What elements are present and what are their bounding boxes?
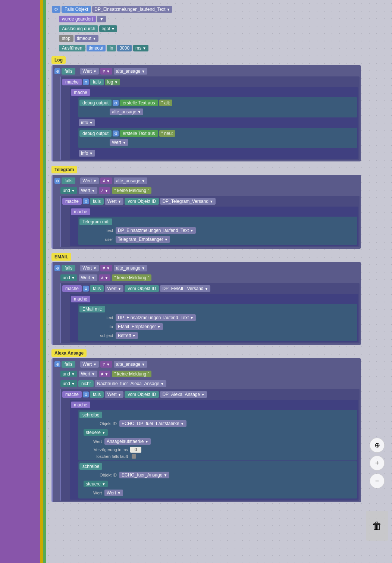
egal-dropdown[interactable]: egal ▼ <box>99 25 117 32</box>
wurde-dropdown[interactable]: ▼ <box>97 16 106 22</box>
wert2-telegram-dropdown[interactable]: Wert ▼ <box>79 187 97 194</box>
trash-button[interactable]: 🗑 <box>366 511 388 541</box>
alte-ansage-debug1-dropdown[interactable]: alte_ansage ▼ <box>110 108 143 115</box>
chevron-down-icon: ▼ <box>141 69 145 73</box>
gear-debug-2[interactable]: ⚙ <box>113 130 119 136</box>
wert-email-dropdown[interactable]: Wert ▼ <box>80 265 99 271</box>
alte-ansage-log-dropdown[interactable]: alte_ansage ▼ <box>114 68 147 75</box>
wert2-email-dropdown[interactable]: Wert ▼ <box>79 274 97 281</box>
timeout2-dropdown[interactable]: timeout <box>87 45 106 51</box>
ms-dropdown[interactable]: ms ▼ <box>133 45 148 51</box>
mache-email-label: mache <box>62 285 82 292</box>
mache-log-label: mache <box>62 79 82 85</box>
gear-icon: ⚙ <box>56 69 59 73</box>
alte-ansage-telegram-dropdown[interactable]: alte_ansage ▼ <box>114 177 147 184</box>
alte-ansage-alexa-dropdown[interactable]: alte_ansage ▼ <box>114 361 147 368</box>
neu-quote-block: " neu: <box>159 130 175 137</box>
chevron-down-icon: ▼ <box>106 362 110 367</box>
dp-text-email-dropdown[interactable]: DP_Einsatzmelungen_laufend_Text ▼ <box>116 314 196 321</box>
keine-meldung-email-block: " keine Meldung " <box>112 274 151 281</box>
betreff-dropdown[interactable]: Betreff ▼ <box>116 332 138 339</box>
gear-btn-header[interactable]: ⚙ <box>52 6 60 13</box>
wert-telegram-dropdown[interactable]: Wert ▼ <box>80 177 99 184</box>
auslosung-label: Auslösung durch <box>59 25 98 32</box>
wert-key2: Wert <box>83 491 102 495</box>
erstelle-text-2-label: erstelle Text aus <box>120 130 158 137</box>
mache2-telegram-label: mache <box>71 208 90 215</box>
telegram-empf-dropdown[interactable]: Telegram_Empfaenger ▼ <box>116 236 170 243</box>
zoom-in-button[interactable]: + <box>370 456 385 471</box>
verz-value-input[interactable]: 0 <box>130 447 141 453</box>
dp-einsatz-dropdown[interactable]: DP_Einsatzmelungen_laufend_Text ▼ <box>92 6 172 13</box>
timeout-dropdown[interactable]: timeout ▼ <box>75 35 98 42</box>
neq-email-dropdown[interactable]: ≠ ▼ <box>100 265 112 271</box>
wert2-alexa-dropdown[interactable]: Wert ▼ <box>79 371 97 377</box>
dp-alexa-dropdown[interactable]: DP_Alexa_Ansage ▼ <box>160 391 207 398</box>
gear-icon: ⚙ <box>84 287 88 291</box>
dp-email-dropdown[interactable]: DP_EMAIL_Versand ▼ <box>160 285 210 292</box>
email-empf-dropdown[interactable]: EMail_Empfaenger ▼ <box>116 323 163 330</box>
wert-log-dropdown[interactable]: Wert ▼ <box>80 68 99 75</box>
echo-dp-dropdown[interactable]: ECHO_DP_fuer_Lautstaerke ▼ <box>119 420 186 427</box>
ausfuehren-label: Ausführen <box>59 45 85 51</box>
gear-icon: ⚙ <box>114 101 117 105</box>
wert3-alexa-dropdown[interactable]: Wert ▼ <box>105 391 123 398</box>
dp-text-telegram-dropdown[interactable]: DP_Einsatzmelungen_laufend_Text ▼ <box>116 227 196 234</box>
und-email-dropdown[interactable]: und ▼ <box>60 274 77 281</box>
log-dropdown[interactable]: log ▼ <box>105 79 120 85</box>
echo-ansage-dropdown[interactable]: ECHO_fuer_Ansage ▼ <box>119 472 169 478</box>
gear-mache-telegram[interactable]: ⚙ <box>83 198 89 204</box>
gear-icon: ⚙ <box>114 132 117 136</box>
gear-alexa[interactable]: ⚙ <box>54 361 60 367</box>
chevron-down-icon: ▼ <box>190 316 194 320</box>
debug-output-2-label: debug output <box>79 130 112 137</box>
nachtruhe-dropdown[interactable]: Nachtruhe_fuer_Alexa_Ansage ▼ <box>95 380 166 387</box>
steuere2-dropdown[interactable]: steuere ▼ <box>84 481 108 487</box>
chevron-down-icon: ▼ <box>105 372 109 376</box>
chevron-down-icon: ▼ <box>105 189 109 193</box>
loeschen-checkbox[interactable] <box>132 454 136 459</box>
und2-alexa-dropdown[interactable]: und ▼ <box>60 380 77 387</box>
steuere1-dropdown[interactable]: steuere ▼ <box>84 429 108 436</box>
ms-value-dropdown[interactable]: 3000 <box>117 45 132 51</box>
gear-mache-alexa[interactable]: ⚙ <box>83 391 89 397</box>
dp-telegram-dropdown[interactable]: DP_Telegram_Versand ▼ <box>160 198 215 205</box>
info2-dropdown[interactable]: info ▼ <box>79 150 95 157</box>
chevron-down-icon: ▼ <box>106 179 110 183</box>
neq-alexa-dropdown[interactable]: ≠ ▼ <box>100 361 112 368</box>
telegram-section-label: Telegram <box>51 166 77 173</box>
neq2-email-dropdown[interactable]: ≠ ▼ <box>99 274 111 281</box>
neq-log-dropdown[interactable]: ≠ ▼ <box>100 68 112 75</box>
ansagelautstaerke-dropdown[interactable]: Ansagelautstaerke ▼ <box>104 438 151 445</box>
gear-debug-1[interactable]: ⚙ <box>113 100 119 106</box>
falls-log2-label: falls <box>90 79 104 85</box>
email-text-key-label: text <box>87 315 113 320</box>
neq2-telegram-dropdown[interactable]: ≠ ▼ <box>99 187 111 194</box>
crosshair-button[interactable]: ⊕ <box>370 438 385 453</box>
wert3-telegram-dropdown[interactable]: Wert ▼ <box>105 198 123 205</box>
gear-telegram[interactable]: ⚙ <box>54 178 60 184</box>
chevron-down-icon: ▼ <box>93 179 97 183</box>
wert-debug2-dropdown[interactable]: Wert ▼ <box>110 139 128 146</box>
alt-quote-block: " alt: <box>159 100 173 106</box>
gear-mache-log[interactable]: ⚙ <box>83 79 89 85</box>
alte-ansage-email-dropdown[interactable]: alte_ansage ▼ <box>114 265 147 271</box>
info1-dropdown[interactable]: info ▼ <box>79 119 95 126</box>
neq-telegram-dropdown[interactable]: ≠ ▼ <box>100 177 112 184</box>
wert-val-dropdown[interactable]: Wert ▼ <box>104 490 123 496</box>
stop-label: stop <box>59 35 73 42</box>
und-telegram-dropdown[interactable]: und ▼ <box>60 187 77 194</box>
gear-log[interactable]: ⚙ <box>54 68 60 74</box>
neq2-alexa-dropdown[interactable]: ≠ ▼ <box>99 371 111 377</box>
gear-email[interactable]: ⚙ <box>54 265 60 271</box>
mache2-email-label: mache <box>71 296 90 302</box>
email-section-label: EMAIL <box>51 253 71 261</box>
und-alexa-dropdown[interactable]: und ▼ <box>60 371 77 377</box>
falls-email2-label: falls <box>90 285 104 292</box>
wert3-email-dropdown[interactable]: Wert ▼ <box>105 285 123 292</box>
in-label: in <box>107 45 116 51</box>
chevron-down-icon: ▼ <box>114 80 118 84</box>
wert-alexa-dropdown[interactable]: Wert ▼ <box>80 361 99 368</box>
gear-mache-email[interactable]: ⚙ <box>83 286 89 292</box>
zoom-out-button[interactable]: − <box>370 474 385 488</box>
